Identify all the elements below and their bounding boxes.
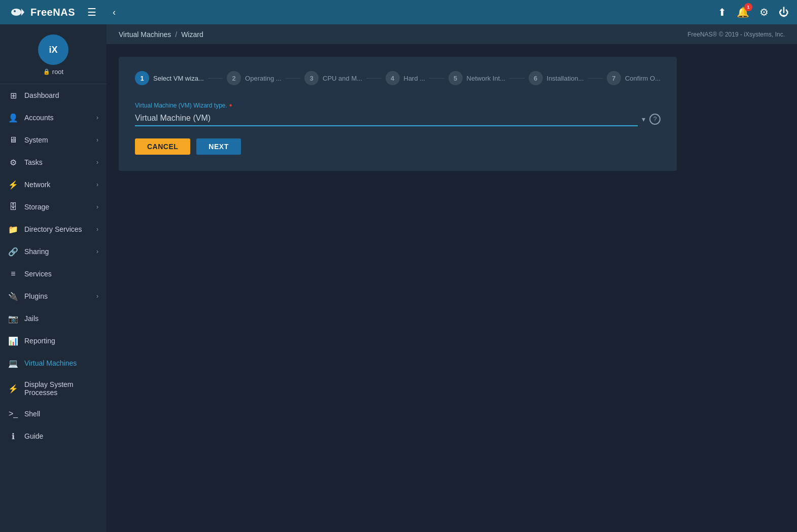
breadcrumb-copyright: FreeNAS® © 2019 - iXsystems, Inc.	[687, 31, 785, 38]
system-arrow-icon: ›	[96, 136, 98, 144]
sidebar-item-dashboard[interactable]: ⊞Dashboard	[0, 84, 107, 107]
sidebar-item-network[interactable]: ⚡Network›	[0, 173, 107, 196]
sidebar-item-label-accounts: Accounts	[24, 114, 90, 122]
step-circle-2: 2	[227, 71, 241, 85]
sidebar-item-label-plugins: Plugins	[24, 292, 90, 300]
sidebar-item-system[interactable]: 🖥System›	[0, 129, 107, 151]
help-icon[interactable]: ?	[649, 114, 661, 125]
virtual-machines-icon: 💻	[8, 358, 18, 368]
breadcrumb-current: Wizard	[181, 30, 203, 39]
sidebar-item-label-directory-services: Directory Services	[24, 225, 90, 233]
step-connector-6	[588, 78, 603, 79]
sidebar-item-jails[interactable]: 📷Jails	[0, 307, 107, 330]
vm-type-select[interactable]: Virtual Machine (VM)Docker Host	[135, 112, 638, 126]
plugins-arrow-icon: ›	[96, 293, 98, 300]
tasks-icon: ⚙	[8, 157, 18, 167]
sidebar-item-accounts[interactable]: 👤Accounts›	[0, 107, 107, 129]
next-button[interactable]: NEXT	[196, 138, 240, 155]
sidebar-item-label-sharing: Sharing	[24, 247, 90, 256]
step-connector-1	[208, 78, 223, 79]
sidebar-item-label-dashboard: Dashboard	[24, 91, 98, 99]
sidebar-item-services[interactable]: ≡Services	[0, 263, 107, 285]
sidebar-item-label-guide: Guide	[24, 432, 98, 440]
sidebar-item-directory-services[interactable]: 📁Directory Services›	[0, 218, 107, 240]
step-label-1: Select VM wiza...	[153, 75, 204, 82]
step-label-2: Operating ...	[245, 75, 282, 82]
step-connector-4	[429, 78, 444, 79]
step-label-5: Network Int...	[467, 75, 506, 82]
breadcrumb-parent[interactable]: Virtual Machines	[119, 30, 171, 39]
sharing-icon: 🔗	[8, 246, 18, 257]
upload-icon[interactable]: ⬆	[718, 6, 726, 18]
directory-services-arrow-icon: ›	[96, 226, 98, 233]
sidebar-item-guide[interactable]: ℹGuide	[0, 425, 107, 447]
form-label-text: Virtual Machine (VM) Wizard type.	[135, 102, 227, 109]
storage-icon: 🗄	[8, 202, 18, 212]
guide-icon: ℹ	[8, 431, 18, 441]
logo-text: FreeNAS	[30, 7, 75, 18]
shell-icon: >_	[8, 409, 18, 419]
sidebar-item-storage[interactable]: 🗄Storage›	[0, 196, 107, 218]
menu-icon[interactable]: ☰	[83, 4, 100, 20]
accounts-icon: 👤	[8, 113, 18, 123]
reporting-icon: 📊	[8, 336, 18, 346]
sidebar-item-shell[interactable]: >_Shell	[0, 403, 107, 425]
sidebar-item-tasks[interactable]: ⚙Tasks›	[0, 151, 107, 173]
sidebar-item-label-jails: Jails	[24, 314, 98, 323]
step-circle-7: 7	[607, 71, 621, 85]
step-6: 6Installation...	[529, 71, 584, 85]
nav-container: ⊞Dashboard👤Accounts›🖥System›⚙Tasks›⚡Netw…	[0, 84, 107, 447]
sidebar-item-label-display-system-processes: Display System Processes	[24, 380, 98, 397]
step-circle-5: 5	[448, 71, 463, 85]
sidebar-item-label-virtual-machines: Virtual Machines	[24, 359, 98, 367]
sidebar-item-plugins[interactable]: 🔌Plugins›	[0, 285, 107, 307]
lock-icon: 🔒	[43, 68, 50, 75]
step-7: 7Confirm O...	[607, 71, 661, 85]
form-select-wrapper: Virtual Machine (VM)Docker Host ▾ ?	[135, 112, 661, 126]
sidebar-item-label-storage: Storage	[24, 203, 90, 211]
back-icon[interactable]: ‹	[109, 5, 120, 20]
user-section: iX 🔒 root	[0, 24, 107, 84]
step-label-3: CPU and M...	[323, 75, 362, 82]
settings-icon[interactable]: ⚙	[759, 6, 769, 18]
services-icon: ≡	[8, 269, 18, 279]
wizard-area: 1Select VM wiza...2Operating ...3CPU and…	[107, 45, 797, 532]
username-label: root	[52, 68, 63, 76]
network-arrow-icon: ›	[96, 181, 98, 188]
topbar-left: FreeNAS ☰ ‹	[8, 3, 120, 21]
power-icon[interactable]: ⏻	[779, 7, 789, 18]
sidebar-item-sharing[interactable]: 🔗Sharing›	[0, 240, 107, 263]
breadcrumb: Virtual Machines / Wizard	[119, 30, 203, 39]
step-2: 2Operating ...	[227, 71, 282, 85]
cancel-button[interactable]: CANCEL	[135, 138, 190, 155]
body-layout: iX 🔒 root ⊞Dashboard👤Accounts›🖥System›⚙T…	[0, 24, 797, 532]
network-icon: ⚡	[8, 180, 18, 190]
avatar-text: iX	[49, 45, 57, 55]
stepper: 1Select VM wiza...2Operating ...3CPU and…	[135, 71, 661, 85]
sidebar-item-reporting[interactable]: 📊Reporting	[0, 330, 107, 352]
step-connector-3	[366, 78, 381, 79]
directory-services-icon: 📁	[8, 224, 18, 234]
select-arrow-icon: ▾	[642, 115, 645, 123]
sidebar-item-display-system-processes[interactable]: ⚡Display System Processes	[0, 374, 107, 403]
sidebar-item-label-reporting: Reporting	[24, 337, 98, 345]
step-circle-1[interactable]: 1	[135, 71, 149, 85]
breadcrumb-bar: Virtual Machines / Wizard FreeNAS® © 201…	[107, 24, 797, 45]
step-label-7: Confirm O...	[625, 75, 661, 82]
step-circle-4: 4	[386, 71, 400, 85]
topbar-right: ⬆ 🔔 1 ⚙ ⏻	[718, 6, 789, 18]
required-indicator: •	[229, 101, 232, 110]
topbar: FreeNAS ☰ ‹ ⬆ 🔔 1 ⚙ ⏻	[0, 0, 797, 24]
sidebar-item-virtual-machines[interactable]: 💻Virtual Machines	[0, 352, 107, 374]
wizard-form-group: Virtual Machine (VM) Wizard type. • Virt…	[135, 101, 661, 126]
sidebar: iX 🔒 root ⊞Dashboard👤Accounts›🖥System›⚙T…	[0, 24, 107, 532]
button-row: CANCEL NEXT	[135, 138, 661, 155]
breadcrumb-separator: /	[175, 30, 177, 39]
step-5: 5Network Int...	[448, 71, 506, 85]
notification-icon[interactable]: 🔔 1	[737, 6, 749, 18]
main-content: Virtual Machines / Wizard FreeNAS® © 201…	[107, 24, 797, 532]
jails-icon: 📷	[8, 313, 18, 324]
tasks-arrow-icon: ›	[96, 159, 98, 166]
accounts-arrow-icon: ›	[96, 114, 98, 121]
sidebar-item-label-system: System	[24, 136, 90, 144]
